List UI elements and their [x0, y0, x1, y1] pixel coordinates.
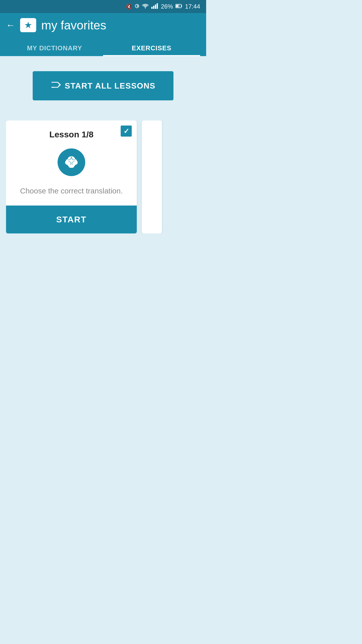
wifi-icon	[142, 4, 149, 10]
start-all-lessons-label: START ALL LESSONS	[65, 81, 156, 91]
lesson-checkbox[interactable]: ✓	[121, 126, 132, 137]
tabs-container: MY DICTIONARY EXERCISES	[6, 39, 200, 56]
time-display: 17:44	[185, 3, 200, 10]
svg-rect-7	[181, 5, 182, 7]
brain-icon	[63, 154, 79, 170]
bluetooth-icon: ✦	[135, 3, 139, 10]
svg-rect-3	[153, 6, 154, 9]
signal-icon	[151, 3, 158, 10]
tab-exercises-label: EXERCISES	[132, 44, 171, 52]
page-title: my favorites	[41, 18, 106, 32]
cards-row: ✓ Lesson 1/8 Choose the correct transl	[6, 120, 200, 233]
svg-rect-4	[155, 5, 156, 9]
lesson-description: Choose the correct translation.	[13, 185, 130, 196]
tab-my-dictionary[interactable]: MY DICTIONARY	[6, 39, 103, 56]
back-button[interactable]: ←	[6, 21, 15, 30]
checkmark-icon: ✓	[123, 127, 129, 135]
tab-my-dictionary-label: MY DICTIONARY	[27, 44, 82, 52]
tab-exercises[interactable]: EXERCISES	[103, 39, 200, 56]
favorites-folder-icon: ★	[24, 20, 32, 30]
battery-percentage: 26%	[161, 3, 173, 10]
folder-icon-wrapper: ★	[20, 18, 36, 32]
app-bar: ← ★ my favorites MY DICTIONARY EXERCISES	[0, 13, 206, 56]
battery-icon	[175, 4, 183, 10]
status-icons: 🔇 ✦ 26%	[126, 3, 200, 10]
start-all-lessons-button[interactable]: START ALL LESSONS	[33, 71, 173, 100]
svg-rect-2	[151, 7, 153, 9]
svg-text:✦: ✦	[136, 4, 139, 8]
lesson-card-1: ✓ Lesson 1/8 Choose the correct transl	[6, 120, 137, 233]
svg-rect-5	[157, 3, 158, 9]
lesson-start-button[interactable]: START	[6, 206, 137, 233]
brain-circle	[58, 148, 85, 176]
status-bar: 🔇 ✦ 26%	[0, 0, 206, 13]
mute-icon: 🔇	[126, 4, 132, 10]
lesson-title: Lesson 1/8	[13, 130, 130, 139]
app-bar-top: ← ★ my favorites	[6, 18, 200, 37]
shuffle-icon	[51, 80, 61, 91]
main-content: START ALL LESSONS ✓ Lesson 1/8	[0, 56, 206, 358]
lesson-card-2-partial	[142, 120, 162, 233]
brain-icon-wrapper	[13, 148, 130, 176]
